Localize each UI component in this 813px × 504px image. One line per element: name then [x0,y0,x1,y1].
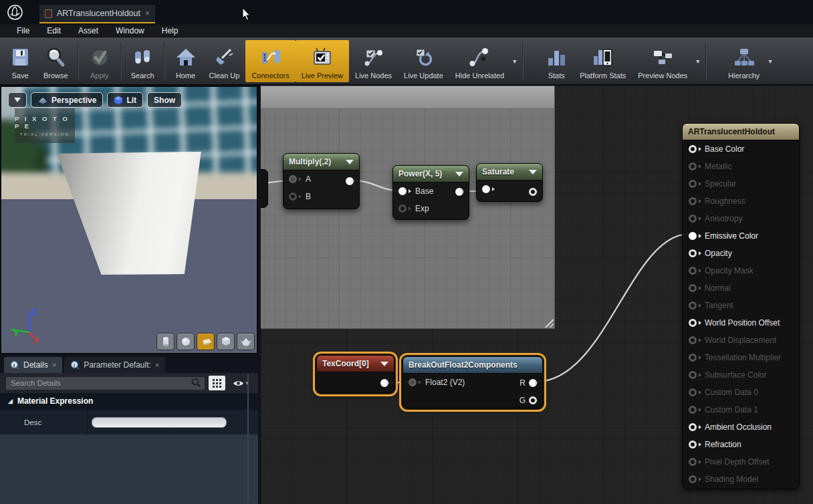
asset-tab[interactable]: ARTranslucentHoldout × [39,5,155,23]
node-material-output[interactable]: ARTranslucentHoldout Base ColorMetallicS… [682,123,800,489]
desc-field[interactable] [92,417,227,428]
pin-icon[interactable] [689,423,697,431]
pin-icon[interactable] [689,215,697,223]
lit-mode-button[interactable]: Lit [107,92,143,108]
hide-unrelated-button[interactable]: Hide Unrelated [449,40,510,82]
pin-icon[interactable] [689,371,697,379]
node-collapse-icon[interactable] [529,170,537,174]
property-matrix-button[interactable] [209,376,225,390]
node-power[interactable]: Power(X, 5) Base Exp [392,165,469,220]
search-details-input[interactable] [5,376,205,390]
clean-up-icon [213,45,235,70]
tab-parameter-defaults[interactable]: i Parameter Default: × [64,357,165,373]
shape-cylinder-button[interactable] [156,333,175,350]
tab-close-icon[interactable]: × [145,9,150,18]
material-pin-label: Custom Data 1 [705,405,758,414]
pin-b-input[interactable] [289,193,297,201]
home-button[interactable]: Home [168,40,203,82]
material-pin-refraction[interactable]: Refraction [683,436,799,453]
shape-plane-button[interactable] [197,333,215,350]
preview-viewport[interactable]: Perspective Lit Show P I X O T O P E TRI… [0,86,258,354]
pin-arrow-icon [699,338,701,342]
material-editor-window: ARTranslucentHoldout × File Edit Asset W… [0,0,813,504]
node-collapse-icon[interactable] [380,362,388,366]
browse-button[interactable]: Browse [37,40,74,82]
pin-icon[interactable] [689,197,697,205]
shape-sphere-button[interactable] [177,333,195,350]
node-collapse-icon[interactable] [346,160,354,164]
pin-saturate-input[interactable] [482,185,490,193]
save-button[interactable]: Save [3,40,37,82]
live-preview-button[interactable]: Live Preview [296,40,349,82]
material-pin-emissive-color[interactable]: Emissive Color [683,227,799,245]
perspective-button[interactable]: Perspective [31,92,103,108]
live-update-button[interactable]: Live Update [398,40,449,82]
material-pin-base-color[interactable]: Base Color [683,140,799,158]
show-menu-button[interactable]: Show [147,92,182,108]
pin-icon[interactable] [689,162,697,170]
view-options-button[interactable]: ▾ [229,376,253,390]
pin-arrow-icon [699,321,701,325]
live-nodes-button[interactable]: Live Nodes [349,40,398,82]
platform-stats-button[interactable]: Platform Stats [574,40,632,82]
shape-cube-button[interactable] [217,333,235,350]
stats-button[interactable]: Stats [539,40,574,82]
menu-help[interactable]: Help [153,26,187,35]
pin-icon[interactable] [689,232,697,240]
apply-button[interactable]: Apply [82,40,117,82]
node-multiply[interactable]: Multiply(,2) A B [283,153,360,209]
pin-arrow-icon [699,199,701,203]
viewport-options-button[interactable] [8,92,27,108]
pin-icon[interactable] [689,440,697,449]
menu-edit[interactable]: Edit [38,26,70,35]
material-expression-section-header[interactable]: ◢ Material Expression [0,393,258,409]
pin-icon[interactable] [689,354,697,362]
pin-exp-input[interactable] [398,205,406,213]
pin-icon[interactable] [689,319,697,327]
pin-icon[interactable] [689,249,697,257]
pin-icon[interactable] [689,336,697,344]
pin-icon[interactable] [689,388,697,396]
pin-a-input[interactable] [289,175,297,183]
clipped-node[interactable] [261,169,268,208]
pin-icon[interactable] [689,284,697,292]
menu-window[interactable]: Window [107,26,153,35]
hierarchy-button[interactable]: Hierarchy [722,40,766,82]
details-scrollbar[interactable] [247,374,249,503]
pin-base-input[interactable] [398,187,406,195]
node-texcoord[interactable]: TexCoord[0] [316,355,394,393]
pin-icon[interactable] [689,301,697,309]
material-pin-opacity[interactable]: Opacity [683,245,799,262]
close-icon[interactable]: × [155,361,159,369]
material-graph-canvas[interactable]: Multiply(,2) A B Power(X, 5) Base Exp Sa… [261,86,813,504]
material-pin-ambient-occlusion[interactable]: Ambient Occlusion [683,418,799,436]
pin-icon[interactable] [689,458,697,466]
node-breakout-float2[interactable]: BreakOutFloat2Components Float2 (V2) R G [402,356,543,408]
comment-resize-handle[interactable] [544,318,554,328]
hide-unrelated-dropdown-icon[interactable]: ▾ [510,57,519,65]
preview-nodes-dropdown-icon[interactable]: ▾ [693,57,702,65]
pin-icon[interactable] [689,180,697,188]
clean-up-button[interactable]: Clean Up [203,40,246,82]
search-button[interactable]: Search [125,40,160,82]
shape-teapot-button[interactable] [237,333,255,350]
comment-title-bar[interactable] [261,86,554,109]
collapse-arrow-icon[interactable]: ◢ [8,398,13,404]
node-collapse-icon[interactable] [455,172,463,176]
material-pin-world-position-offset[interactable]: World Position Offset [683,314,799,332]
menu-asset[interactable]: Asset [70,26,107,35]
pin-icon[interactable] [689,406,697,414]
pin-icon[interactable] [689,145,697,153]
preview-nodes-button[interactable]: Preview Nodes [632,40,693,82]
node-saturate[interactable]: Saturate [476,163,543,202]
pin-arrow-icon [699,303,701,307]
tab-details[interactable]: i Details × [4,357,62,373]
connectors-button[interactable]: Connectors [245,40,295,82]
menu-file[interactable]: File [8,26,38,35]
search-icon [191,378,201,388]
hierarchy-dropdown-icon[interactable]: ▾ [766,57,774,65]
close-icon[interactable]: × [52,361,56,369]
pin-icon[interactable] [689,267,697,275]
pin-float2-input[interactable] [409,378,417,386]
pin-icon[interactable] [689,475,697,483]
